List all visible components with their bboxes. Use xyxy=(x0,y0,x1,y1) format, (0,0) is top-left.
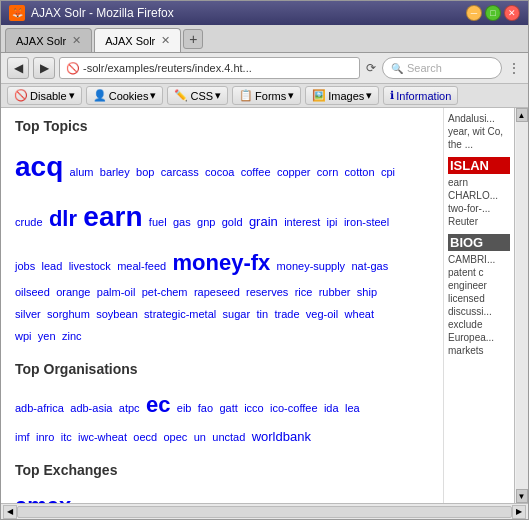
topic-ship[interactable]: ship xyxy=(357,286,377,298)
tab-1-close[interactable]: ✕ xyxy=(72,34,81,47)
org-lea[interactable]: lea xyxy=(345,402,360,414)
topic-soybean[interactable]: soybean xyxy=(96,308,138,320)
topic-corn[interactable]: corn xyxy=(317,166,338,178)
org-ec[interactable]: ec xyxy=(146,392,170,417)
topic-rice[interactable]: rice xyxy=(295,286,313,298)
topic-palm-oil[interactable]: palm-oil xyxy=(97,286,136,298)
org-ico-coffee[interactable]: ico-coffee xyxy=(270,402,318,414)
topic-tin[interactable]: tin xyxy=(256,308,268,320)
org-unctad[interactable]: unctad xyxy=(212,431,245,443)
topic-interest[interactable]: interest xyxy=(284,216,320,228)
topic-meal-feed[interactable]: meal-feed xyxy=(117,260,166,272)
vertical-scrollbar[interactable]: ▲ ▼ xyxy=(514,108,528,503)
org-inro[interactable]: inro xyxy=(36,431,54,443)
minimize-button[interactable]: ─ xyxy=(466,5,482,21)
tab-1-label: AJAX Solr xyxy=(16,35,66,47)
css-icon: ✏️ xyxy=(174,89,188,102)
topic-oilseed[interactable]: oilseed xyxy=(15,286,50,298)
forward-button[interactable]: ▶ xyxy=(33,57,55,79)
topic-carcass[interactable]: carcass xyxy=(161,166,199,178)
information-button[interactable]: ℹ Information xyxy=(383,86,458,105)
reload-button[interactable]: ⟳ xyxy=(364,59,378,77)
horizontal-scrollbar[interactable] xyxy=(17,506,512,518)
css-button[interactable]: ✏️ CSS ▾ xyxy=(167,86,228,105)
maximize-button[interactable]: □ xyxy=(485,5,501,21)
topic-gnp[interactable]: gnp xyxy=(197,216,215,228)
scroll-right-button[interactable]: ▶ xyxy=(512,505,526,519)
disable-button[interactable]: 🚫 Disable ▾ xyxy=(7,86,82,105)
topic-orange[interactable]: orange xyxy=(56,286,90,298)
topic-iron-steel[interactable]: iron-steel xyxy=(344,216,389,228)
topic-acq[interactable]: acq xyxy=(15,151,63,182)
search-field[interactable]: 🔍 Search xyxy=(382,57,502,79)
topic-crude[interactable]: crude xyxy=(15,216,43,228)
topic-earn[interactable]: earn xyxy=(83,201,142,232)
topic-rubber[interactable]: rubber xyxy=(319,286,351,298)
tab-2-close[interactable]: ✕ xyxy=(161,34,170,47)
topic-dlr[interactable]: dlr xyxy=(49,206,77,231)
org-eib[interactable]: eib xyxy=(177,402,192,414)
topic-wheat[interactable]: wheat xyxy=(345,308,374,320)
topic-strategic-metal[interactable]: strategic-metal xyxy=(144,308,216,320)
topic-trade[interactable]: trade xyxy=(274,308,299,320)
topic-gold[interactable]: gold xyxy=(222,216,243,228)
topic-fuel[interactable]: fuel xyxy=(149,216,167,228)
topic-jobs[interactable]: jobs xyxy=(15,260,35,272)
more-button[interactable]: ⋮ xyxy=(506,59,522,77)
scroll-left-button[interactable]: ◀ xyxy=(3,505,17,519)
org-atpc[interactable]: atpc xyxy=(119,402,140,414)
org-gatt[interactable]: gatt xyxy=(219,402,237,414)
cookies-button[interactable]: 👤 Cookies ▾ xyxy=(86,86,164,105)
topic-cotton[interactable]: cotton xyxy=(345,166,375,178)
topic-silver[interactable]: silver xyxy=(15,308,41,320)
topic-cocoa[interactable]: cocoa xyxy=(205,166,234,178)
close-button[interactable]: ✕ xyxy=(504,5,520,21)
org-worldbank[interactable]: worldbank xyxy=(252,429,311,444)
topic-pet-chem[interactable]: pet-chem xyxy=(142,286,188,298)
top-topics-cloud: acq alum barley bop carcass cocoa coffee… xyxy=(15,142,429,347)
topic-sorghum[interactable]: sorghum xyxy=(47,308,90,320)
images-button[interactable]: 🖼️ Images ▾ xyxy=(305,86,379,105)
topic-ipi[interactable]: ipi xyxy=(327,216,338,228)
topic-cpi[interactable]: cpi xyxy=(381,166,395,178)
topic-livestock[interactable]: livestock xyxy=(69,260,111,272)
topic-sugar[interactable]: sugar xyxy=(223,308,251,320)
topic-rapeseed[interactable]: rapeseed xyxy=(194,286,240,298)
topic-barley[interactable]: barley xyxy=(100,166,130,178)
topic-wpi[interactable]: wpi xyxy=(15,330,32,342)
scroll-up-button[interactable]: ▲ xyxy=(516,108,528,122)
topic-coffee[interactable]: coffee xyxy=(241,166,271,178)
forms-button[interactable]: 📋 Forms ▾ xyxy=(232,86,301,105)
org-un[interactable]: un xyxy=(194,431,206,443)
topic-money-fx[interactable]: money-fx xyxy=(172,250,270,275)
topic-yen[interactable]: yen xyxy=(38,330,56,342)
scroll-down-button[interactable]: ▼ xyxy=(516,489,528,503)
topic-reserves[interactable]: reserves xyxy=(246,286,288,298)
org-imf[interactable]: imf xyxy=(15,431,30,443)
org-adb-africa[interactable]: adb-africa xyxy=(15,402,64,414)
tab-2[interactable]: AJAX Solr ✕ xyxy=(94,28,181,52)
org-opec[interactable]: opec xyxy=(164,431,188,443)
topic-bop[interactable]: bop xyxy=(136,166,154,178)
tab-1[interactable]: AJAX Solr ✕ xyxy=(5,28,92,52)
new-tab-button[interactable]: + xyxy=(183,29,203,49)
org-icco[interactable]: icco xyxy=(244,402,264,414)
topic-lead[interactable]: lead xyxy=(42,260,63,272)
topic-zinc[interactable]: zinc xyxy=(62,330,82,342)
topic-money-supply[interactable]: money-supply xyxy=(277,260,345,272)
back-button[interactable]: ◀ xyxy=(7,57,29,79)
topic-veg-oil[interactable]: veg-oil xyxy=(306,308,338,320)
org-itc[interactable]: itc xyxy=(61,431,72,443)
topic-grain[interactable]: grain xyxy=(249,214,278,229)
topic-alum[interactable]: alum xyxy=(70,166,94,178)
topic-nat-gas[interactable]: nat-gas xyxy=(351,260,388,272)
org-adb-asia[interactable]: adb-asia xyxy=(70,402,112,414)
org-ida[interactable]: ida xyxy=(324,402,339,414)
url-field[interactable]: 🚫 -solr/examples/reuters/index.4.ht... xyxy=(59,57,360,79)
org-fao[interactable]: fao xyxy=(198,402,213,414)
org-oecd[interactable]: oecd xyxy=(133,431,157,443)
exchange-amex[interactable]: amex xyxy=(15,493,71,503)
topic-copper[interactable]: copper xyxy=(277,166,311,178)
org-iwc-wheat[interactable]: iwc-wheat xyxy=(78,431,127,443)
topic-gas[interactable]: gas xyxy=(173,216,191,228)
